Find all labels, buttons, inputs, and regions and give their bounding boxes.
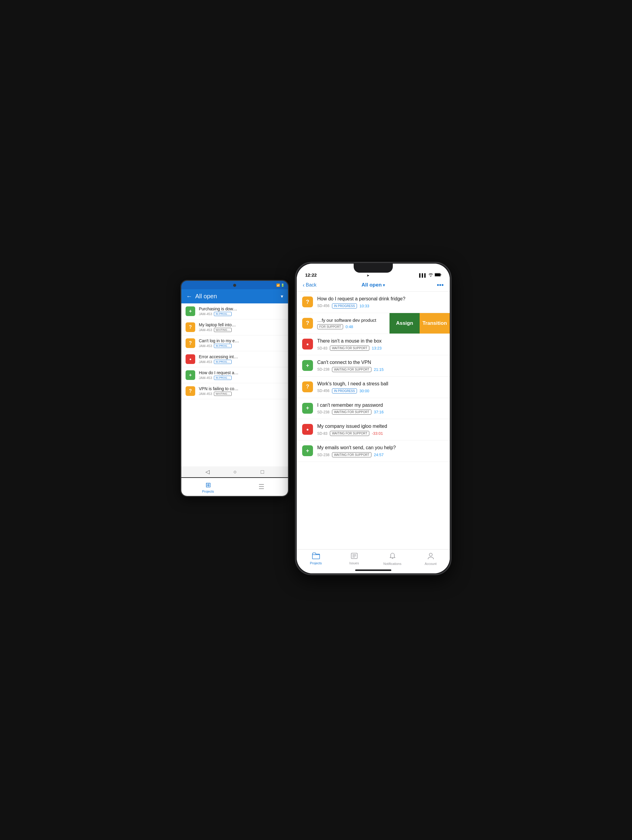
list-item[interactable]: ? My laptop fell into… JAM-453 WAITING…: [181, 319, 288, 335]
ios-nav-account-label: Account: [425, 562, 437, 565]
back-button[interactable]: ‹ Back: [303, 282, 361, 288]
item-meta: SD-238 WAITING FOR SUPPORT 24:57: [317, 452, 444, 457]
ios-nav-projects-label: Projects: [310, 561, 322, 565]
status-badge: IN PROGRESS: [332, 388, 357, 393]
item-icon-red: ●: [302, 339, 313, 349]
ios-nav-notifications-label: Notifications: [383, 562, 402, 565]
item-meta: SD-456 IN PROGRESS 10:33: [317, 303, 444, 308]
item-title: VPN is failing to co…: [199, 386, 284, 391]
list-item-swiped[interactable]: ? …fy our software dev product FOR SUPPO…: [297, 313, 450, 334]
item-content: There isn't a mouse in the box SD-83 WAI…: [317, 338, 444, 351]
item-icon-green: +: [302, 445, 313, 456]
list-item[interactable]: ● There isn't a mouse in the box SD-83 W…: [297, 334, 450, 355]
battery-icon: [435, 273, 441, 278]
item-title: Purchasing is dow…: [199, 306, 284, 311]
item-id: JAM-453: [199, 312, 212, 316]
item-id: SD-238: [317, 367, 329, 371]
list-item[interactable]: ? Work's tough, I need a stress ball SD-…: [297, 377, 450, 398]
ios-phone: 12:22 ➤ ▌▌▌ ‹ Back: [295, 262, 452, 575]
status-badge: IN PROGRESS: [332, 303, 357, 308]
item-time: 24:57: [374, 453, 384, 457]
item-icon-green: +: [186, 306, 195, 316]
assign-button[interactable]: Assign: [389, 313, 420, 334]
list-item[interactable]: + Purchasing is dow… JAM-453 IN PROG…: [181, 303, 288, 319]
ios-nav-bar: ‹ Back All open ▾ •••: [297, 279, 450, 292]
status-badge: IN PROG…: [214, 360, 232, 364]
item-meta: SD-83 WAITING FOR SUPPORT 13:23: [317, 346, 444, 351]
android-header-title: All open: [195, 293, 278, 300]
ios-status-icons: ▌▌▌: [419, 273, 441, 278]
item-content: How do I request a… JAM-453 IN PROG…: [199, 370, 284, 380]
ios-time: 12:22: [305, 272, 317, 278]
ios-home-indicator: [355, 570, 391, 571]
android-chevron-icon[interactable]: ▾: [281, 294, 283, 299]
ios-nav-projects[interactable]: Projects: [297, 553, 335, 565]
list-item[interactable]: ? Can't log in to my e… JAM-453 IN PROG…: [181, 335, 288, 351]
ios-nav-issues[interactable]: Issues: [335, 553, 373, 565]
android-recent-btn[interactable]: □: [260, 469, 264, 475]
person-icon: [427, 553, 434, 561]
item-content: Error accessing int… JAM-453 IN PROG…: [199, 354, 284, 364]
android-nav-projects-label: Projects: [202, 489, 214, 493]
nav-chevron-icon[interactable]: ▾: [383, 283, 385, 287]
status-badge: WAITING FOR SUPPORT: [332, 452, 372, 457]
status-badge: IN PROG…: [214, 312, 232, 316]
android-phone: 📶 🔋 ← All open ▾ + Purchasing is dow… JA…: [180, 280, 289, 497]
item-id: SD-238: [317, 453, 329, 457]
ios-nav-notifications[interactable]: Notifications: [373, 553, 411, 565]
status-badge: IN PROG…: [214, 376, 232, 380]
android-back-btn[interactable]: ◁: [205, 469, 210, 475]
item-title: My company issued igloo melted: [317, 423, 444, 429]
item-meta: JAM-453 IN PROG…: [199, 376, 284, 380]
android-home-bar: ◁ ○ □: [181, 466, 288, 477]
list-item[interactable]: ● My company issued igloo melted SD-83 W…: [297, 419, 450, 441]
item-time: 13:23: [372, 346, 382, 351]
projects-icon: [312, 553, 320, 561]
item-icon-orange: ?: [186, 386, 195, 396]
ios-nav-account[interactable]: Account: [411, 553, 450, 565]
item-content: How do I request a personal drink fridge…: [317, 296, 444, 308]
status-badge: IN PROG…: [214, 344, 232, 348]
item-time: 30:00: [359, 388, 369, 393]
item-meta: SD-83 WAITING FOR SUPPORT -33:01: [317, 431, 444, 436]
nav-title-text: All open: [361, 282, 382, 288]
item-content: My laptop fell into… JAM-453 WAITING…: [199, 322, 284, 332]
back-label: Back: [306, 282, 317, 288]
item-id: JAM-453: [199, 360, 212, 364]
list-item[interactable]: + How do I request a… JAM-453 IN PROG…: [181, 367, 288, 383]
item-id: SD-83: [317, 346, 328, 351]
status-badge: WAITING…: [214, 392, 232, 396]
item-content: Work's tough, I need a stress ball SD-45…: [317, 381, 444, 393]
android-home-btn[interactable]: ○: [233, 469, 237, 475]
item-icon-orange: ?: [186, 338, 195, 348]
item-title: There isn't a mouse in the box: [317, 338, 444, 344]
item-meta: SD-238 WAITING FOR SUPPORT 21:15: [317, 367, 444, 372]
list-item[interactable]: + I can't remember my password SD-238 WA…: [297, 398, 450, 419]
item-content: Can't connect to the VPN SD-238 WAITING …: [317, 360, 444, 372]
item-id: JAM-453: [199, 376, 212, 380]
transition-button[interactable]: Transition: [420, 313, 450, 334]
status-badge: WAITING FOR SUPPORT: [332, 409, 372, 415]
more-button[interactable]: •••: [385, 281, 444, 289]
item-meta: SD-456 IN PROGRESS 30:00: [317, 388, 444, 393]
item-time: 37:16: [374, 410, 384, 414]
status-badge: FOR SUPPORT: [317, 324, 343, 329]
list-item[interactable]: ● Error accessing int… JAM-453 IN PROG…: [181, 351, 288, 367]
svg-rect-2: [440, 274, 441, 275]
android-nav-projects[interactable]: ⊞ Projects: [181, 481, 235, 493]
list-item[interactable]: + My emails won't send, can you help? SD…: [297, 441, 450, 462]
item-meta: JAM-453 IN PROG…: [199, 344, 284, 348]
item-content: My company issued igloo melted SD-83 WAI…: [317, 423, 444, 436]
android-nav-issues[interactable]: ☰: [235, 483, 288, 491]
list-item[interactable]: ? How do I request a personal drink frid…: [297, 292, 450, 313]
item-title: My emails won't send, can you help?: [317, 445, 444, 451]
status-badge: WAITING…: [214, 328, 232, 332]
item-icon-green: +: [302, 403, 313, 414]
list-item[interactable]: ? VPN is failing to co… JAM-453 WAITING…: [181, 383, 288, 399]
status-badge: WAITING FOR SUPPORT: [332, 367, 372, 372]
item-time: 0:48: [345, 324, 353, 329]
list-item[interactable]: + Can't connect to the VPN SD-238 WAITIN…: [297, 355, 450, 377]
item-content: Purchasing is dow… JAM-453 IN PROG…: [199, 306, 284, 316]
item-content: I can't remember my password SD-238 WAIT…: [317, 402, 444, 415]
android-back-icon[interactable]: ←: [186, 293, 192, 300]
